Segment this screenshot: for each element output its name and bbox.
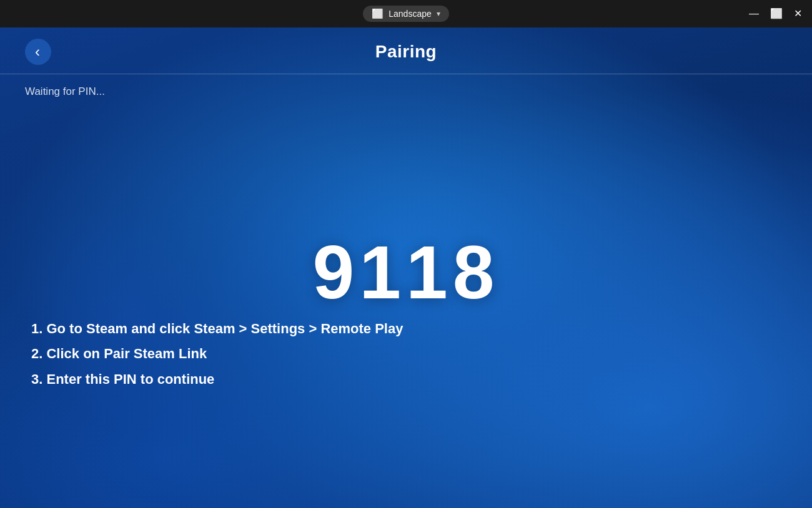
chevron-down-icon: ▾ <box>437 9 440 18</box>
pin-area: 9118 <box>0 98 812 508</box>
page-title: Pairing <box>375 42 437 62</box>
instruction-1: 1. Go to Steam and click Steam > Setting… <box>31 320 781 339</box>
status-text: Waiting for PIN... <box>0 74 812 98</box>
orientation-label: Landscape <box>389 9 432 19</box>
minimize-button[interactable]: — <box>749 9 759 19</box>
main-content: ‹ Pairing Waiting for PIN... 9118 1. Go … <box>0 27 812 508</box>
close-button[interactable]: ✕ <box>794 9 802 19</box>
pin-code: 9118 <box>313 235 500 310</box>
titlebar: ⬜ Landscape ▾ — ⬜ ✕ <box>0 0 812 27</box>
orientation-icon: ⬜ <box>372 8 384 19</box>
back-button[interactable]: ‹ <box>25 39 51 65</box>
window-controls: — ⬜ ✕ <box>749 9 802 19</box>
instructions-list: 1. Go to Steam and click Steam > Setting… <box>31 320 781 396</box>
instruction-3: 3. Enter this PIN to continue <box>31 370 781 389</box>
orientation-selector[interactable]: ⬜ Landscape ▾ <box>363 6 449 22</box>
maximize-button[interactable]: ⬜ <box>770 9 783 19</box>
header: ‹ Pairing <box>0 27 812 65</box>
instruction-2: 2. Click on Pair Steam Link <box>31 344 781 364</box>
back-icon: ‹ <box>35 44 40 59</box>
